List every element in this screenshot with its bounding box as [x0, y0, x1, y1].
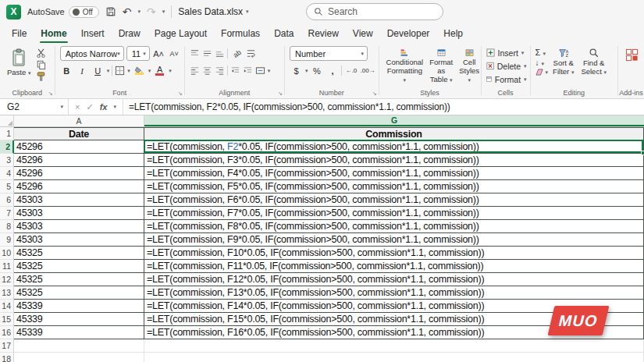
delete-cells-button[interactable]: Delete ▾ [486, 59, 527, 73]
cell-G4[interactable]: =LET(commission, F4*0.05, IF(commission>… [144, 167, 644, 180]
undo-caret-icon[interactable]: ▾ [138, 9, 141, 15]
increase-decimal-button[interactable]: ←.0 [344, 64, 358, 77]
borders-caret-icon[interactable]: ▾ [127, 68, 130, 74]
cell-A4[interactable]: 45296 [14, 167, 144, 180]
font-color-button[interactable]: A [153, 64, 166, 77]
workbook-title[interactable]: Sales Data.xlsx ▾ [178, 6, 248, 17]
grow-font-button[interactable]: A˄ [152, 47, 165, 60]
cell-A13[interactable]: 45325 [14, 286, 144, 300]
format-cells-button[interactable]: Format ▾ [486, 73, 527, 86]
bold-button[interactable]: B [60, 64, 73, 77]
cell-A16[interactable]: 45339 [14, 326, 144, 339]
align-bottom-icon[interactable] [215, 48, 225, 59]
find-select-button[interactable]: Find & Select ▾ [578, 46, 609, 87]
column-header-A[interactable]: A [14, 115, 144, 126]
save-icon[interactable] [105, 6, 116, 17]
cell-A17[interactable] [14, 339, 144, 353]
tab-review[interactable]: Review [301, 23, 345, 43]
cell-G5[interactable]: =LET(commission, F5*0.05, IF(commission>… [144, 180, 644, 193]
align-right-icon[interactable] [215, 66, 225, 76]
row-header-1[interactable]: 1 [0, 127, 14, 140]
autosave-control[interactable]: AutoSave Off [27, 6, 99, 18]
underline-button[interactable]: U [91, 64, 105, 77]
tab-view[interactable]: View [346, 23, 380, 43]
cell-A2[interactable]: 45296 [14, 140, 144, 154]
excel-logo-icon[interactable]: X [6, 5, 21, 20]
cell-A10[interactable]: 45325 [14, 247, 144, 260]
copy-icon[interactable] [36, 60, 46, 69]
cell-G9[interactable]: =LET(commission, F9*0.05, IF(commission>… [144, 233, 644, 247]
cell-G11[interactable]: =LET(commission, F11*0.05, IF(commission… [144, 260, 644, 273]
currency-format-button[interactable]: $ [290, 64, 303, 77]
search-input[interactable]: Search [306, 3, 443, 20]
row-header-12[interactable]: 12 [0, 273, 14, 286]
cell-A14[interactable]: 45339 [14, 300, 144, 313]
tab-formulas[interactable]: Formulas [214, 23, 267, 43]
column-header-G[interactable]: G [144, 115, 644, 126]
paste-button[interactable]: Paste ▾ [5, 46, 33, 81]
autosave-toggle[interactable]: Off [69, 6, 99, 18]
cell-A15[interactable]: 45339 [14, 313, 144, 326]
cell-G7[interactable]: =LET(commission, F7*0.05, IF(commission>… [144, 207, 644, 220]
font-size-select[interactable]: 11 ▾ [126, 46, 150, 61]
fill-color-caret-icon[interactable]: ▾ [148, 68, 151, 74]
percent-style-button[interactable]: % [310, 64, 323, 77]
cell-G13[interactable]: =LET(commission, F13*0.05, IF(commission… [144, 286, 644, 300]
cancel-icon[interactable]: × [75, 102, 80, 112]
row-header-4[interactable]: 4 [0, 167, 14, 180]
borders-icon[interactable] [115, 66, 125, 76]
formula-input[interactable]: =LET(commission, F2*0.05, IF(commission>… [123, 101, 644, 112]
row-header-10[interactable]: 10 [0, 247, 14, 260]
cell-G6[interactable]: =LET(commission, F6*0.05, IF(commission>… [144, 193, 644, 207]
insert-function-icon[interactable]: fx [100, 102, 108, 112]
cell-A3[interactable]: 45296 [14, 154, 144, 167]
align-center-icon[interactable] [202, 66, 212, 76]
align-left-icon[interactable] [190, 66, 200, 76]
merge-center-icon[interactable] [255, 66, 265, 76]
row-header-14[interactable]: 14 [0, 300, 14, 313]
cell-G8[interactable]: =LET(commission, F8*0.05, IF(commission>… [144, 220, 644, 233]
cell-A11[interactable]: 45325 [14, 260, 144, 273]
name-box[interactable]: G2 ▾ [0, 99, 69, 115]
cell-G3[interactable]: =LET(commission, F3*0.05, IF(commission>… [144, 154, 644, 167]
select-all-corner[interactable]: ◢ [0, 115, 14, 126]
row-header-7[interactable]: 7 [0, 207, 14, 220]
fill-button[interactable]: ↓ ▾ [535, 59, 549, 67]
cell-G17[interactable] [144, 339, 644, 353]
cell-G1-commission-header[interactable]: Commission [144, 127, 644, 140]
comma-style-button[interactable]: , [326, 64, 339, 77]
cell-A7[interactable]: 45303 [14, 207, 144, 220]
font-color-caret-icon[interactable]: ▾ [169, 68, 172, 74]
align-middle-icon[interactable] [202, 48, 212, 59]
tab-help[interactable]: Help [436, 23, 470, 43]
row-header-6[interactable]: 6 [0, 193, 14, 207]
orientation-icon[interactable]: ab [227, 44, 246, 63]
insert-cells-button[interactable]: Insert ▾ [486, 46, 527, 59]
cell-A12[interactable]: 45325 [14, 273, 144, 286]
cell-G2[interactable]: =LET(commission, F2*0.05, IF(commission>… [144, 140, 644, 154]
undo-button[interactable]: ↶ [123, 6, 132, 17]
cell-A6[interactable]: 45303 [14, 193, 144, 207]
tab-insert[interactable]: Insert [74, 23, 112, 43]
currency-caret-icon[interactable]: ▾ [305, 68, 308, 74]
enter-icon[interactable]: ✓ [86, 102, 93, 112]
fill-color-button[interactable] [133, 64, 146, 77]
row-header-3[interactable]: 3 [0, 154, 14, 167]
underline-caret-icon[interactable]: ▾ [107, 68, 110, 74]
row-header-5[interactable]: 5 [0, 180, 14, 193]
cell-G12[interactable]: =LET(commission, F12*0.05, IF(commission… [144, 273, 644, 286]
tab-draw[interactable]: Draw [112, 23, 148, 43]
cell-G10[interactable]: =LET(commission, F10*0.05, IF(commission… [144, 247, 644, 260]
cell-A18[interactable] [14, 353, 144, 362]
row-header-18[interactable]: 18 [0, 353, 14, 362]
italic-button[interactable]: I [76, 64, 89, 77]
addins-button[interactable] [623, 46, 641, 87]
tab-data[interactable]: Data [267, 23, 301, 43]
conditional-formatting-button[interactable]: ConditionalFormatting ▾ [384, 46, 426, 87]
row-header-13[interactable]: 13 [0, 286, 14, 300]
cell-A1-date-header[interactable]: Date [14, 127, 144, 140]
tab-page-layout[interactable]: Page Layout [148, 23, 214, 43]
row-header-11[interactable]: 11 [0, 260, 14, 273]
align-top-icon[interactable] [190, 48, 200, 59]
merge-caret-icon[interactable]: ▾ [268, 68, 271, 74]
